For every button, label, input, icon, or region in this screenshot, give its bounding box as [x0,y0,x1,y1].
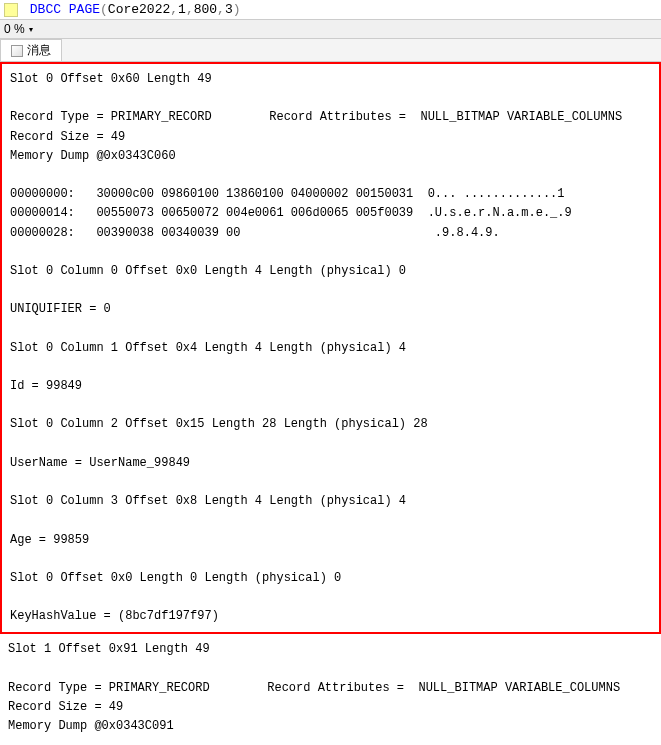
tab-bar: 消息 [0,39,661,62]
slot0-uniquifier: UNIQUIFIER = 0 [10,302,111,316]
slot0-col4: Slot 0 Offset 0x0 Length 0 Length (physi… [10,571,341,585]
message-tab-icon [11,45,23,57]
paren-open: ( [100,2,108,17]
sql-editor-line[interactable]: DBCC PAGE(Core2022,1,800,3) [0,0,661,20]
slot1-record-size: Record Size = 49 [8,700,123,714]
slot0-hex-row: 00000014: 00550073 00650072 004e0061 006… [10,206,572,220]
tab-label: 消息 [27,42,51,59]
sql-arg-fileno: 1 [178,2,186,17]
slot0-col3: Slot 0 Column 3 Offset 0x8 Length 4 Leng… [10,494,406,508]
slot0-keyhash: KeyHashValue = (8bc7df197f97) [10,609,219,623]
sql-keyword: DBCC PAGE [30,2,100,17]
line-marker-icon [4,3,18,17]
slot0-col0: Slot 0 Column 0 Offset 0x0 Length 4 Leng… [10,264,406,278]
slot0-header: Slot 0 Offset 0x60 Length 49 [10,72,212,86]
slot1-memory-dump: Memory Dump @0x0343C091 [8,719,174,733]
slot0-col2: Slot 0 Column 2 Offset 0x15 Length 28 Le… [10,417,428,431]
slot0-memory-dump: Memory Dump @0x0343C060 [10,149,176,163]
progress-percent: 0 % [4,22,25,36]
slot0-username: UserName = UserName_99849 [10,456,190,470]
sql-arg-pageno: 800 [194,2,217,17]
slot1-header: Slot 1 Offset 0x91 Length 49 [8,642,210,656]
slot0-hex-row: 00000028: 00390038 00340039 00 .9.8.4.9. [10,226,500,240]
slot0-col1: Slot 0 Column 1 Offset 0x4 Length 4 Leng… [10,341,406,355]
slot-1-record: Slot 1 Offset 0x91 Length 49 Record Type… [0,634,661,745]
tab-messages[interactable]: 消息 [0,39,62,61]
slot1-record-type: Record Type = PRIMARY_RECORD Record Attr… [8,681,620,695]
sql-arg-opt: 3 [225,2,233,17]
slot0-record-size: Record Size = 49 [10,130,125,144]
sql-arg-db: Core2022 [108,2,170,17]
slot-0-record: Slot 0 Offset 0x60 Length 49 Record Type… [0,62,661,634]
slot0-id: Id = 99849 [10,379,82,393]
status-bar: 0 % ▾ [0,20,661,39]
slot0-record-type: Record Type = PRIMARY_RECORD Record Attr… [10,110,622,124]
paren-close: ) [233,2,241,17]
dropdown-arrow-icon[interactable]: ▾ [29,25,33,34]
slot0-age: Age = 99859 [10,533,89,547]
slot0-hex-row: 00000000: 30000c00 09860100 13860100 040… [10,187,565,201]
output-content[interactable]: Slot 0 Offset 0x60 Length 49 Record Type… [0,62,661,745]
